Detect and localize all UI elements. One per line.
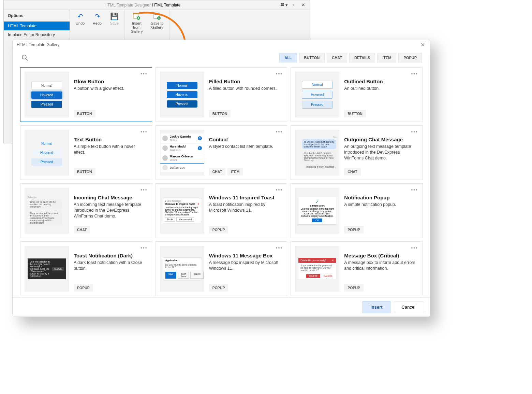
card-title: Notification Popup [344,195,418,200]
tag-button: BUTTON [74,168,95,175]
card-outlined-button[interactable]: ••• Normal Hovered Pressed Outlined Butt… [291,67,423,122]
card-contact[interactable]: ••• Jackie GarminOnline3 Harv MuddJust n… [156,125,287,180]
card-thumbnail: Normal Hovered Pressed [25,72,69,117]
save-to-gallery-icon [153,12,161,20]
gallery-footer: Insert Cancel [13,297,430,316]
card-menu-icon[interactable]: ••• [276,71,283,76]
gallery-grid: ••• Normal Hovered Pressed Glow Button A… [13,66,430,297]
svg-line-10 [26,59,28,60]
card-filled-button[interactable]: ••• Normal Hovered Pressed Filled Button… [156,67,287,122]
filter-popup[interactable]: POPUP [398,53,422,62]
card-title: Filled Button [209,79,283,84]
card-menu-icon[interactable]: ••• [276,187,283,193]
card-description: A message box to inform about errors and… [344,260,418,271]
redo-icon: ↷ [93,12,101,20]
card-incoming-chat[interactable]: ••• Dallas Lou What did he say? Did he m… [20,183,152,238]
card-critical-messagebox[interactable]: ••• Delete file permanently?✕ If you del… [291,241,423,296]
gallery-titlebar: HTML Template Gallery ✕ [13,40,430,50]
card-title: Contact [209,137,283,142]
tag-popup: POPUP [209,284,228,292]
card-description: A simple notification popup. [344,202,418,208]
card-description: A button with a glow effect. [74,86,148,92]
card-menu-icon[interactable]: ••• [141,245,148,251]
save-icon: 💾 [110,12,118,20]
options-header: Options [4,10,70,22]
insert-from-gallery-button[interactable]: Insert from Gallery [127,11,147,34]
tag-popup: POPUP [344,226,364,234]
card-thumbnail: Delete file permanently?✕ If you delete … [295,246,339,292]
close-icon[interactable]: ✕ [419,41,426,48]
card-description: A message box inspired by Microsoft Wind… [209,260,283,271]
tag-button: BUTTON [74,110,95,117]
filter-chat[interactable]: CHAT [327,53,347,62]
tag-chat: CHAT [74,226,90,234]
svg-point-9 [22,55,26,59]
card-menu-icon[interactable]: ••• [141,187,148,193]
card-title: Text Button [74,137,148,142]
filter-details[interactable]: DETAILS [349,53,375,62]
redo-button[interactable]: ↷Redo [89,11,105,26]
card-thumbnail: Normal Hovered Pressed [160,72,204,117]
designer-titlebar: HTML Template Designer HTML Template ▾ ▫… [4,0,310,10]
tag-button: BUTTON [209,110,231,117]
gallery-title: HTML Template Gallery [17,42,59,47]
card-thumbnail: You Hi Dallas! I was just about to messa… [295,130,339,175]
card-title: Outlined Button [344,79,418,84]
filter-tabs: ALL BUTTON CHAT DETAILS ITEM POPUP [279,53,422,62]
tag-popup: POPUP [74,284,93,292]
svg-rect-5 [133,13,139,14]
filter-item[interactable]: ITEM [377,53,396,62]
card-title: Glow Button [74,79,148,84]
check-icon: ✓ [300,199,334,205]
card-thumbnail: ✓ Sample Alert Use the selector at the t… [295,188,339,234]
card-dark-toast[interactable]: ••• Use the selector at the top right co… [20,241,152,296]
svg-rect-1 [282,3,284,4]
card-menu-icon[interactable]: ••• [411,187,418,193]
card-w11-toast[interactable]: ••• ■ New message Windows 11 Inspired To… [156,183,287,238]
insert-button[interactable]: Insert [363,301,390,313]
svg-rect-2 [281,4,282,6]
card-description: A filled button with rounded corners. [209,86,283,92]
card-outgoing-chat[interactable]: ••• You Hi Dallas! I was just about to m… [291,125,423,180]
sidebar-item-html-template[interactable]: HTML Template [4,22,70,30]
card-menu-icon[interactable]: ••• [141,71,148,76]
card-menu-icon[interactable]: ••• [276,245,283,251]
svg-rect-0 [281,3,282,4]
tag-chat: CHAT [209,168,225,175]
close-icon[interactable]: ✕ [299,2,307,9]
undo-button[interactable]: ↶Undo [72,11,88,26]
save-to-gallery-button[interactable]: Save to Gallery [147,11,167,34]
card-title: Outgoing Chat Message [344,137,418,142]
restore-icon[interactable]: ▫ [290,2,298,9]
card-description: A styled contact list item template. [209,144,283,150]
card-description: A dark toast notification with a Close b… [74,260,148,271]
undo-icon: ↶ [76,12,84,20]
card-w11-messagebox[interactable]: ••• Application Do you want to save chan… [156,241,287,296]
filter-all[interactable]: ALL [279,53,297,62]
gallery-window: HTML Template Gallery ✕ ALL BUTTON CHAT … [12,40,430,317]
card-glow-button[interactable]: ••• Normal Hovered Pressed Glow Button A… [20,67,152,122]
card-notification-popup[interactable]: ••• ✓ Sample Alert Use the selector at t… [291,183,423,238]
card-thumbnail: Use the selector at the top right corner… [25,246,69,292]
layout-picker-icon[interactable]: ▾ [280,2,288,9]
tag-chat: CHAT [344,168,360,175]
card-menu-icon[interactable]: ••• [411,71,418,76]
tag-popup: POPUP [344,284,364,292]
card-text-button[interactable]: ••• Normal Hovered Pressed Text Button A… [20,125,152,180]
search-icon[interactable] [19,52,31,64]
card-description: A simple text button with a hover effect… [74,144,148,155]
card-description: An outlined button. [344,86,418,92]
gallery-toolbar: ALL BUTTON CHAT DETAILS ITEM POPUP [13,50,430,66]
card-description: An outgoing text message template introd… [344,144,418,161]
card-menu-icon[interactable]: ••• [141,129,148,135]
card-menu-icon[interactable]: ••• [276,129,283,135]
tag-item: ITEM [227,168,243,175]
card-description: A toast notification inspired by Microso… [209,202,283,213]
card-menu-icon[interactable]: ••• [411,245,418,251]
sidebar-item-inplace-editor[interactable]: In-place Editor Repository [4,30,70,39]
cancel-button[interactable]: Cancel [394,301,423,313]
save-button: 💾Save [106,11,122,26]
filter-button[interactable]: BUTTON [299,53,325,62]
card-menu-icon[interactable]: ••• [411,129,418,135]
card-description: An incoming text message template introd… [74,202,148,219]
